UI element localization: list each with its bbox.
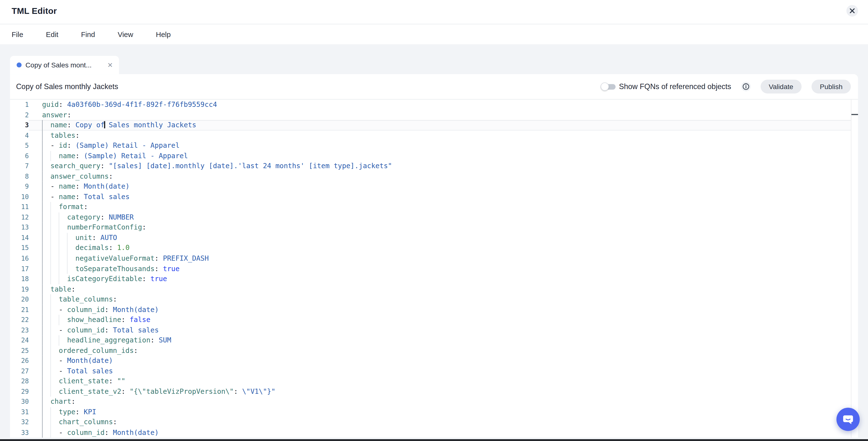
code-line[interactable]: 13 numberFormatConfig: xyxy=(10,223,851,233)
code-line[interactable]: 12 category: NUMBER xyxy=(10,212,851,223)
code-token: Total sales xyxy=(67,367,113,375)
info-icon[interactable] xyxy=(741,82,751,91)
publish-button[interactable]: Publish xyxy=(811,79,851,94)
indent-guide xyxy=(42,315,42,325)
code-line[interactable]: 21 - column_id: Month(date) xyxy=(10,305,851,315)
indent-guide xyxy=(42,428,42,438)
code-token: \"V1\"}" xyxy=(242,387,275,396)
code-line[interactable]: 33 - column_id: Month(date) xyxy=(10,428,851,438)
indent-guide xyxy=(42,264,42,274)
code-token: "[sales] [date].monthly [date].'last 24 … xyxy=(108,162,392,170)
code-token: chart_columns xyxy=(59,418,113,426)
code-line[interactable]: 29 client_state_v2: "{\"tableVizPropVers… xyxy=(10,387,851,397)
code-line[interactable]: 14 unit: AUTO xyxy=(10,233,851,243)
code-line[interactable]: 7 search_query: "[sales] [date].monthly … xyxy=(10,161,851,171)
line-number: 14 xyxy=(10,233,29,243)
indent-guide xyxy=(67,243,67,253)
indent-guide xyxy=(42,417,42,428)
code-line[interactable]: 23 - column_id: Total sales xyxy=(10,325,851,335)
code-token: : xyxy=(142,223,146,232)
code-token: 4a03f60b-369d-4f1f-892f-f76fb9559cc4 xyxy=(67,100,217,108)
menu-item-find[interactable]: Find xyxy=(81,30,95,38)
code-line[interactable]: 8 answer_columns: xyxy=(10,171,851,181)
code-line[interactable]: 19 table: xyxy=(10,284,851,294)
indent-guide xyxy=(51,253,51,264)
menu-item-file[interactable]: File xyxy=(12,30,23,38)
code-line[interactable]: 17 toSeparateThousands: true xyxy=(10,264,851,274)
code-line[interactable]: 32 chart_columns: xyxy=(10,417,851,428)
menu-item-help[interactable]: Help xyxy=(156,30,171,38)
code-line[interactable]: 31 type: KPI xyxy=(10,407,851,417)
code-token: : xyxy=(67,121,71,129)
code-token xyxy=(80,151,84,160)
code-line[interactable]: 5 - id: (Sample) Retail - Apparel xyxy=(10,141,851,151)
code-token: : xyxy=(92,233,96,242)
code-token xyxy=(113,377,117,385)
code-token: : xyxy=(67,110,71,119)
code-line[interactable]: 18 isCategoryEditable: true xyxy=(10,274,851,284)
code-token: Month(date) xyxy=(67,356,113,365)
menu-item-edit[interactable]: Edit xyxy=(46,30,58,38)
code-token xyxy=(42,285,51,293)
code-token: id xyxy=(59,141,67,149)
code-token: Total sales xyxy=(84,192,130,201)
code-line[interactable]: 6 name: (Sample) Retail - Apparel xyxy=(10,151,851,161)
code-line[interactable]: 28 client_state: "" xyxy=(10,376,851,386)
code-token xyxy=(108,305,113,313)
code-line[interactable]: 4 tables: xyxy=(10,130,851,140)
validate-button[interactable]: Validate xyxy=(761,79,802,94)
code-line[interactable]: 3 name: Copy of Sales monthly Jackets xyxy=(10,120,851,130)
indent-guide xyxy=(51,305,51,315)
menu-item-view[interactable]: View xyxy=(118,30,133,38)
overview-ruler[interactable] xyxy=(851,100,858,438)
code-token: 1.0 xyxy=(117,244,130,252)
code-token: : xyxy=(155,264,159,272)
code-line[interactable]: 26 - Month(date) xyxy=(10,356,851,366)
code-token: : xyxy=(100,162,104,170)
code-line[interactable]: 25 ordered_column_ids: xyxy=(10,346,851,356)
code-line[interactable]: 22 show_headline: false xyxy=(10,315,851,325)
tab-close-icon[interactable]: ✕ xyxy=(106,61,114,69)
indent-guide xyxy=(51,387,51,397)
code-line[interactable]: 30 chart: xyxy=(10,397,851,407)
tab-label: Copy of Sales mont... xyxy=(26,61,106,69)
code-token xyxy=(125,315,130,324)
code-token: - xyxy=(59,428,67,436)
code-token: search_query xyxy=(51,162,100,170)
code-token: : xyxy=(113,295,117,303)
code-token xyxy=(96,233,100,242)
code-token xyxy=(42,141,51,149)
code-token xyxy=(42,398,51,406)
document-tab[interactable]: Copy of Sales mont... ✕ xyxy=(10,56,119,74)
code-line[interactable]: 20 table_columns: xyxy=(10,294,851,304)
line-number: 30 xyxy=(10,397,29,407)
code-token: : xyxy=(150,336,154,344)
code-line[interactable]: 24 headline_aggregation: SUM xyxy=(10,335,851,346)
code-line[interactable]: 27 - Total sales xyxy=(10,366,851,376)
line-number: 33 xyxy=(10,428,29,438)
code-editor[interactable]: 1guid: 4a03f60b-369d-4f1f-892f-f76fb9559… xyxy=(10,99,858,438)
indent-guide xyxy=(51,346,51,356)
code-token: (Sample) Retail - Apparel xyxy=(84,151,188,160)
toggle-knob xyxy=(601,82,609,91)
code-line[interactable]: 16 negativeValueFormat: PREFIX_DASH xyxy=(10,253,851,264)
code-token: : xyxy=(155,254,159,262)
code-line[interactable]: 10 - name: Total sales xyxy=(10,192,851,202)
code-line[interactable]: 1guid: 4a03f60b-369d-4f1f-892f-f76fb9559… xyxy=(10,100,851,110)
code-token: "{\"tableVizPropVersion\" xyxy=(130,387,234,396)
fqn-toggle[interactable] xyxy=(601,82,616,91)
code-line[interactable]: 2answer: xyxy=(10,110,851,120)
line-number: 26 xyxy=(10,356,29,366)
line-number: 24 xyxy=(10,335,29,346)
code-line[interactable]: 9 - name: Month(date) xyxy=(10,181,851,192)
indent-guide xyxy=(42,192,42,202)
code-token xyxy=(42,336,67,344)
line-number: 21 xyxy=(10,305,29,315)
code-line[interactable]: 11 format: xyxy=(10,202,851,212)
chat-launcher-button[interactable] xyxy=(836,408,860,431)
code-token: client_state xyxy=(59,377,108,385)
window-close-button[interactable] xyxy=(846,5,858,16)
code-token xyxy=(238,387,242,396)
indent-guide xyxy=(42,284,42,294)
code-line[interactable]: 15 decimals: 1.0 xyxy=(10,243,851,253)
